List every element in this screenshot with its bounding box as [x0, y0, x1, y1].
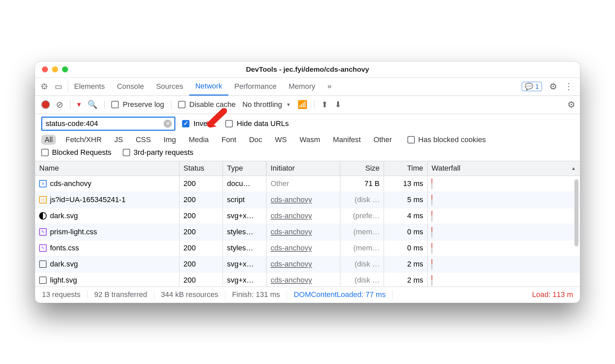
table-row[interactable]: ≡cds-anchovy200docu…Other71 B13 ms	[35, 176, 580, 192]
table-row[interactable]: ⟨⟩js?id=UA-165345241-1200scriptcds-ancho…	[35, 192, 580, 208]
request-waterfall	[428, 240, 580, 256]
requests-table: Name Status Type Initiator Size Time Wat…	[35, 161, 580, 287]
sort-indicator-icon: ▲	[571, 166, 576, 171]
import-har-icon[interactable]: ⬇	[335, 100, 341, 109]
type-chip-media[interactable]: Media	[185, 135, 212, 145]
device-toggle-icon[interactable]: ▭	[55, 82, 62, 91]
type-chip-doc[interactable]: Doc	[246, 135, 266, 145]
table-row[interactable]: dark.svg200svg+x…cds-anchovy(prefe…4 ms	[35, 208, 580, 224]
js-file-icon: ⟨⟩	[39, 196, 47, 203]
close-window-button[interactable]	[42, 66, 48, 72]
issues-button[interactable]: 💬 1	[522, 82, 542, 91]
request-initiator[interactable]: cds-anchovy	[267, 208, 340, 224]
type-chip-wasm[interactable]: Wasm	[296, 135, 324, 145]
col-name[interactable]: Name	[35, 161, 179, 176]
tab-console[interactable]: Console	[111, 78, 150, 96]
tab-network[interactable]: Network	[189, 78, 228, 96]
request-name: cds-anchovy	[50, 179, 92, 188]
hide-data-urls-checkbox[interactable]: Hide data URLs	[225, 119, 289, 128]
table-row[interactable]: dark.svg200svg+x…cds-anchovy(disk …2 ms	[35, 256, 580, 272]
type-chip-font[interactable]: Font	[218, 135, 240, 145]
request-waterfall	[428, 192, 580, 208]
minimize-window-button[interactable]	[52, 66, 58, 72]
has-blocked-cookies-checkbox[interactable]: Has blocked cookies	[407, 135, 486, 144]
separator	[171, 100, 171, 109]
type-chip-all[interactable]: All	[41, 135, 56, 145]
chat-icon: 💬	[525, 82, 533, 90]
clear-filter-icon[interactable]: ✕	[164, 120, 172, 128]
status-transferred: 92 B transferred	[88, 290, 154, 299]
tab-memory[interactable]: Memory	[283, 78, 321, 96]
inspect-element-icon[interactable]: ⯐	[41, 82, 49, 91]
tab-performance[interactable]: Performance	[228, 78, 283, 96]
preserve-log-checkbox[interactable]: Preserve log	[111, 100, 164, 109]
network-toolbar: ⊘ ▾ 🔍 Preserve log Disable cache No thro…	[35, 96, 580, 114]
request-initiator[interactable]: cds-anchovy	[267, 272, 340, 287]
kebab-menu-icon[interactable]: ⋮	[564, 81, 573, 92]
table-body: ≡cds-anchovy200docu…Other71 B13 ms⟨⟩js?i…	[35, 176, 580, 287]
third-party-checkbox[interactable]: 3rd-party requests	[123, 148, 193, 157]
settings-icon[interactable]: ⚙	[549, 81, 557, 92]
type-chip-other[interactable]: Other	[370, 135, 395, 145]
table-row[interactable]: light.svg200svg+x…cds-anchovy(disk …2 ms	[35, 272, 580, 287]
request-initiator[interactable]: cds-anchovy	[267, 192, 340, 208]
col-size[interactable]: Size	[340, 161, 384, 176]
type-chip-js[interactable]: JS	[111, 135, 126, 145]
col-waterfall[interactable]: Waterfall ▲	[428, 161, 580, 176]
request-waterfall	[428, 224, 580, 240]
request-size: 71 B	[340, 176, 384, 192]
col-status[interactable]: Status	[179, 161, 223, 176]
disable-cache-label: Disable cache	[189, 100, 236, 109]
search-icon[interactable]: 🔍	[88, 100, 98, 109]
issues-count: 1	[535, 83, 539, 90]
separator	[314, 100, 315, 109]
request-waterfall	[428, 256, 580, 272]
window-title: DevTools - jec.fyi/demo/cds-anchovy	[35, 65, 580, 73]
filter-toggle-icon[interactable]: ▾	[77, 100, 81, 109]
filter-input[interactable]	[45, 119, 164, 128]
request-status: 200	[179, 176, 223, 192]
col-initiator[interactable]: Initiator	[267, 161, 340, 176]
type-filter-row: AllFetch/XHRJSCSSImgMediaFontDocWSWasmMa…	[35, 133, 580, 147]
titlebar: DevTools - jec.fyi/demo/cds-anchovy	[35, 62, 580, 78]
request-status: 200	[179, 256, 223, 272]
tab-sources[interactable]: Sources	[150, 78, 189, 96]
filter-input-wrapper[interactable]: ✕	[41, 117, 175, 131]
maximize-window-button[interactable]	[62, 66, 68, 72]
request-time: 13 ms	[384, 176, 428, 192]
col-type[interactable]: Type	[223, 161, 267, 176]
request-size: (disk …	[340, 272, 384, 287]
request-status: 200	[179, 208, 223, 224]
throttling-select[interactable]: No throttling ▼	[242, 100, 291, 109]
type-chip-img[interactable]: Img	[160, 135, 179, 145]
traffic-lights	[35, 66, 68, 72]
request-size: (disk …	[340, 256, 384, 272]
type-chip-ws[interactable]: WS	[272, 135, 290, 145]
table-row[interactable]: ✎fonts.css200styles…cds-anchovy(mem…0 ms	[35, 240, 580, 256]
request-initiator[interactable]: cds-anchovy	[267, 240, 340, 256]
request-initiator: Other	[267, 176, 340, 192]
request-initiator[interactable]: cds-anchovy	[267, 224, 340, 240]
type-chip-fetchxhr[interactable]: Fetch/XHR	[62, 135, 105, 145]
status-domcontentloaded: DOMContentLoaded: 77 ms	[287, 290, 393, 299]
type-chip-css[interactable]: CSS	[132, 135, 154, 145]
clear-button[interactable]: ⊘	[56, 100, 63, 110]
blocked-requests-checkbox[interactable]: Blocked Requests	[41, 148, 111, 157]
tab-elements[interactable]: Elements	[68, 78, 111, 96]
scrollbar[interactable]	[574, 179, 578, 246]
request-initiator[interactable]: cds-anchovy	[267, 256, 340, 272]
has-blocked-cookies-label: Has blocked cookies	[418, 135, 486, 144]
col-time[interactable]: Time	[384, 161, 428, 176]
more-tabs-button[interactable]: »	[321, 78, 337, 96]
request-type: svg+x…	[223, 256, 267, 272]
network-settings-icon[interactable]: ⚙	[567, 100, 575, 110]
disable-cache-checkbox[interactable]: Disable cache	[178, 100, 236, 109]
type-chip-manifest[interactable]: Manifest	[330, 135, 364, 145]
network-conditions-icon[interactable]: 📶	[297, 100, 308, 109]
img-file-icon	[39, 260, 47, 268]
export-har-icon[interactable]: ⬆	[321, 100, 328, 109]
table-row[interactable]: ✎prism-light.css200styles…cds-anchovy(me…	[35, 224, 580, 240]
request-name: dark.svg	[50, 260, 78, 268]
record-button[interactable]	[42, 101, 49, 108]
request-time: 5 ms	[384, 192, 428, 208]
